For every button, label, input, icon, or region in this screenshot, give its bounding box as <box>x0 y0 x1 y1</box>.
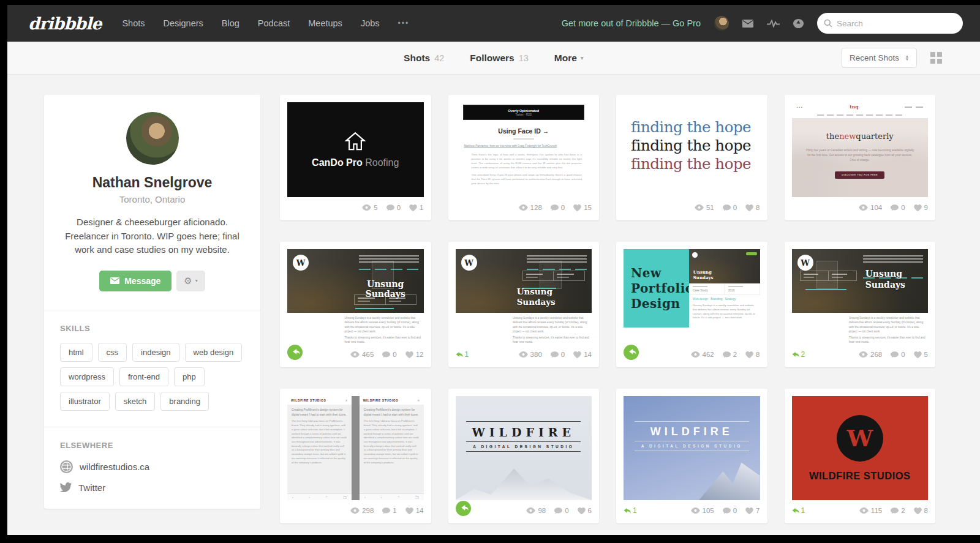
skill-tag[interactable]: sketch <box>115 392 156 411</box>
shot-thumbnail-wildfire-studios-article[interactable]: WILDFIRE STUDIOS✕ Creating ProMinent's d… <box>287 396 424 500</box>
shot-card[interactable]: WILDFIRE STUDIOS✕ Creating ProMinent's d… <box>280 389 431 523</box>
dribbble-logo[interactable]: dribbble <box>28 14 101 33</box>
shot-thumbnail-wildfire-light[interactable]: WILDFIRE A DIGITAL DESIGN STUDIO <box>456 396 592 500</box>
shot-card[interactable]: New Portfolio Design Unsung Sundays Case… <box>616 242 767 367</box>
comments-stat[interactable]: 0 <box>551 351 565 358</box>
rebound-icon[interactable] <box>624 345 639 360</box>
activity-pulse-icon[interactable] <box>767 20 780 28</box>
shot-thumbnail-finding-the-hope[interactable]: finding the hope finding the hope findin… <box>624 102 760 197</box>
settings-gear-button[interactable]: ⚙ ▾ <box>176 271 205 291</box>
rebound-count[interactable]: 2 <box>792 350 805 359</box>
skill-tag[interactable]: wordpress <box>60 367 114 386</box>
nav-shots[interactable]: Shots <box>122 18 145 28</box>
search-input[interactable] <box>817 13 963 34</box>
likes-stat[interactable]: 1 <box>409 204 423 211</box>
account-links-placeholder <box>905 107 923 108</box>
likes-stat[interactable]: 5 <box>914 351 928 358</box>
comments-stat[interactable]: 1 <box>382 507 396 514</box>
shot-stats: 1 115 2 8 <box>792 500 929 516</box>
likes-stat[interactable]: 8 <box>914 507 928 514</box>
rebound-icon[interactable] <box>456 501 471 516</box>
shot-thumbnail-unsung-sundays[interactable]: W Unsung Sundays <box>456 249 592 313</box>
skill-tag[interactable]: php <box>174 367 205 386</box>
shot-thumbnail-new-quarterly[interactable]: ••• tnq thenewquarterly Thirty five year… <box>792 102 929 197</box>
twitter-link[interactable]: Twitter <box>60 482 244 493</box>
likes-stat[interactable]: 12 <box>405 351 424 358</box>
tab-shots[interactable]: Shots 42 <box>404 53 444 64</box>
likes-stat[interactable]: 8 <box>745 204 760 211</box>
comments-stat[interactable]: 0 <box>891 351 905 358</box>
nav-meetups[interactable]: Meetups <box>308 18 342 28</box>
skill-tag[interactable]: illustrator <box>60 392 110 411</box>
website-link[interactable]: wildfirestudios.ca <box>60 460 244 473</box>
shot-card[interactable]: finding the hope finding the hope findin… <box>616 95 767 220</box>
tab-followers[interactable]: Followers 13 <box>470 53 529 64</box>
shot-card[interactable]: CanDo Pro Roofing 5 0 1 <box>280 95 431 220</box>
shot-card[interactable]: Overly Opinionated Twitter · RSS Using F… <box>448 95 600 220</box>
article-heading: Using Face ID → <box>462 127 586 135</box>
nav-blog[interactable]: Blog <box>222 18 239 28</box>
skill-tag[interactable]: css <box>98 343 127 362</box>
tab-more[interactable]: More ▾ <box>554 53 584 64</box>
grid-view-icon[interactable] <box>930 52 942 64</box>
comments-stat[interactable]: 0 <box>382 351 396 358</box>
shot-card[interactable]: WILDFIRE A DIGITAL DESIGN STUDIO 1 105 0… <box>616 389 767 523</box>
rebound-count[interactable]: 1 <box>624 506 637 515</box>
browser-toolbar: ‹›⌃❐ <box>287 493 352 500</box>
user-avatar[interactable] <box>714 16 729 31</box>
likes-stat[interactable]: 15 <box>573 204 592 211</box>
shot-card[interactable]: WILDFIRE A DIGITAL DESIGN STUDIO 98 0 6 <box>448 389 600 523</box>
nav-overflow-icon[interactable]: ••• <box>398 19 410 28</box>
comments-stat[interactable]: 2 <box>891 507 905 514</box>
skill-tag[interactable]: web design <box>185 343 243 362</box>
comments-stat[interactable]: 0 <box>554 507 568 514</box>
rebound-count[interactable]: 1 <box>456 350 469 359</box>
meta-boxes <box>522 271 585 281</box>
message-button[interactable]: Message <box>99 271 172 291</box>
shot-thumbnail-cando-pro-roofing[interactable]: CanDo Pro Roofing <box>287 102 424 197</box>
search-icon <box>824 19 832 30</box>
rebound-icon[interactable] <box>287 345 303 360</box>
skill-tag[interactable]: front-end <box>119 367 168 386</box>
eye-icon <box>859 507 869 514</box>
shot-card[interactable]: W Unsung Sundays Unsung Sundays is a wee… <box>280 242 431 367</box>
comments-stat[interactable]: 0 <box>891 204 905 211</box>
comments-stat[interactable]: 0 <box>723 507 737 514</box>
shot-thumbnail-unsung-sundays[interactable]: W Unsung Sundays <box>792 249 929 313</box>
likes-stat[interactable]: 9 <box>914 204 928 211</box>
shot-thumbnail-unsung-sundays[interactable]: W Unsung Sundays <box>287 249 424 313</box>
article-quote: One anecdotal thing: if you lift your ph… <box>472 173 582 185</box>
message-button-label: Message <box>124 276 160 286</box>
shot-thumbnail-wildfire-sky[interactable]: WILDFIRE A DIGITAL DESIGN STUDIO <box>624 396 760 500</box>
go-pro-link[interactable]: Get more out of Dribbble — Go Pro <box>562 18 701 28</box>
messages-envelope-icon[interactable] <box>742 20 753 28</box>
shot-card[interactable]: W WILDFIRE STUDIOS 1 115 2 8 <box>785 389 936 523</box>
close-icon: ✕ <box>417 399 420 402</box>
shot-thumbnail-new-portfolio-design[interactable]: New Portfolio Design Unsung Sundays Case… <box>624 249 760 328</box>
likes-stat[interactable]: 6 <box>578 507 592 514</box>
shots-bucket-icon[interactable] <box>793 19 804 28</box>
skill-tag[interactable]: html <box>60 343 92 362</box>
likes-stat[interactable]: 14 <box>573 351 592 358</box>
comments-stat[interactable]: 0 <box>723 204 737 211</box>
nav-designers[interactable]: Designers <box>164 18 203 28</box>
likes-stat[interactable]: 7 <box>745 507 760 514</box>
shot-card[interactable]: W Unsung Sundays Unsung Sundays is a wee… <box>785 242 936 367</box>
nav-podcast[interactable]: Podcast <box>258 18 290 28</box>
shot-card[interactable]: ••• tnq thenewquarterly Thirty five year… <box>785 95 936 220</box>
shot-card[interactable]: W Unsung Sundays Unsung Sundays is a wee… <box>448 242 600 367</box>
rebound-count[interactable]: 1 <box>792 506 805 515</box>
comments-stat[interactable]: 0 <box>386 204 401 211</box>
likes-stat[interactable]: 8 <box>745 351 760 358</box>
profile-avatar[interactable] <box>126 112 179 165</box>
nav-jobs[interactable]: Jobs <box>361 18 380 28</box>
likes-stat[interactable]: 14 <box>405 507 424 514</box>
sort-select[interactable]: Recent Shots ▲▼ <box>842 48 917 68</box>
comments-stat[interactable]: 0 <box>551 204 565 211</box>
skill-tag[interactable]: branding <box>160 392 209 411</box>
shot-thumbnail-using-face-id[interactable]: Overly Opinionated Twitter · RSS Using F… <box>456 102 592 197</box>
gear-icon: ⚙ <box>184 275 192 286</box>
shot-thumbnail-wildfire-red-logo[interactable]: W WILDFIRE STUDIOS <box>792 396 929 500</box>
skill-tag[interactable]: indesign <box>132 343 179 362</box>
comments-stat[interactable]: 2 <box>723 351 737 358</box>
